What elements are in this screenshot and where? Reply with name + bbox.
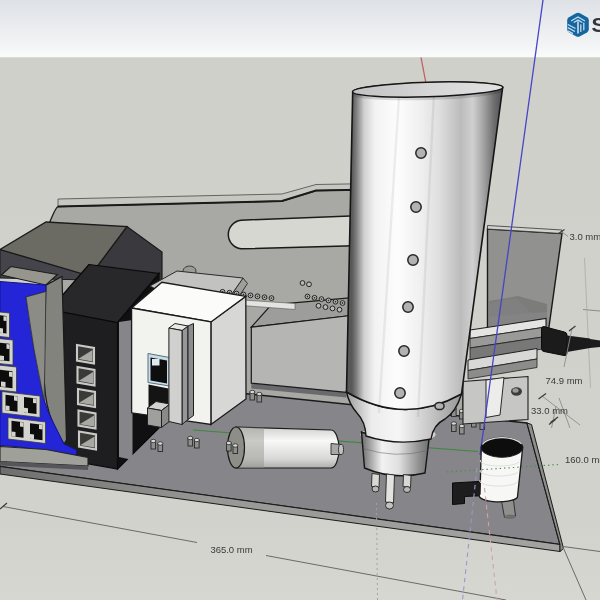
- svg-text:365.0 mm: 365.0 mm: [210, 544, 252, 555]
- svg-text:74.9 mm: 74.9 mm: [546, 375, 583, 386]
- svg-text:33.0 mm: 33.0 mm: [531, 405, 568, 416]
- svg-text:160.0 mm: 160.0 mm: [565, 454, 600, 465]
- svg-text:3.0 mm: 3.0 mm: [570, 231, 600, 242]
- svg-text:S: S: [592, 13, 600, 36]
